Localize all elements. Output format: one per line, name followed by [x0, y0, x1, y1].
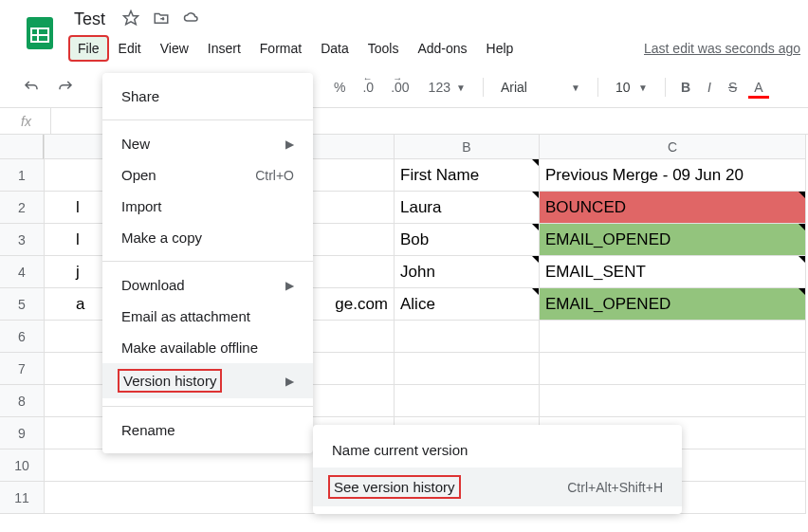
file-menu-version-history[interactable]: Version history▶ [102, 363, 313, 398]
version-history-submenu: Name current version See version history… [313, 425, 682, 514]
file-menu-email-attachment[interactable]: Email as attachment [102, 301, 313, 332]
document-title[interactable]: Test [68, 8, 111, 31]
submenu-arrow-icon: ▶ [285, 375, 294, 388]
font-size-dropdown[interactable]: 10▼ [608, 76, 655, 99]
menubar: File Edit View Insert Format Data Tools … [68, 35, 808, 62]
col-header-b[interactable]: B [395, 135, 540, 159]
row-header[interactable]: 2 [0, 192, 44, 224]
cell[interactable] [540, 385, 806, 417]
cell[interactable]: Alice [395, 288, 540, 321]
row-header[interactable]: 5 [0, 288, 44, 321]
menu-format[interactable]: Format [250, 35, 311, 62]
col-header-c[interactable]: C [540, 135, 806, 159]
cloud-icon[interactable] [183, 9, 200, 30]
menu-data[interactable]: Data [311, 35, 358, 62]
submenu-name-current-version[interactable]: Name current version [313, 432, 682, 468]
cell[interactable]: John [395, 256, 540, 288]
cell[interactable] [540, 321, 806, 353]
bold-button[interactable]: B [675, 76, 696, 99]
strikethrough-button[interactable]: S [723, 76, 743, 99]
file-menu-share[interactable]: Share [102, 81, 313, 112]
italic-button[interactable]: I [702, 76, 717, 99]
fx-label: fx [0, 108, 51, 134]
cell[interactable] [540, 353, 806, 385]
menu-insert[interactable]: Insert [198, 35, 250, 62]
submenu-arrow-icon: ▶ [285, 138, 294, 151]
cell[interactable]: Previous Merge - 09 Jun 20 [540, 159, 806, 192]
row-header[interactable]: 6 [0, 321, 44, 353]
file-menu-make-copy[interactable]: Make a copy [102, 222, 313, 253]
file-menu-dropdown: Share New▶ OpenCtrl+O Import Make a copy… [102, 73, 313, 453]
file-menu-download[interactable]: Download▶ [102, 269, 313, 301]
cell[interactable]: Laura [395, 192, 540, 224]
increase-decimal-button[interactable]: .00→ [385, 76, 414, 99]
file-menu-new[interactable]: New▶ [102, 128, 313, 159]
last-edit-link[interactable]: Last edit was seconds ago [644, 41, 808, 56]
font-family-dropdown[interactable]: Arial▼ [493, 76, 588, 99]
cell[interactable]: First Name [395, 159, 540, 192]
decrease-decimal-button[interactable]: .0← [357, 76, 379, 99]
undo-button[interactable] [17, 75, 46, 100]
row-header[interactable]: 9 [0, 417, 44, 449]
row-header[interactable]: 11 [0, 482, 44, 514]
star-icon[interactable] [122, 9, 139, 30]
menu-view[interactable]: View [151, 35, 198, 62]
row-header[interactable]: 4 [0, 256, 44, 288]
sheets-logo-icon [21, 13, 59, 51]
cell[interactable]: Bob [395, 224, 540, 256]
number-format-dropdown[interactable]: 123▼ [421, 76, 473, 99]
move-icon[interactable] [153, 9, 170, 30]
row-header[interactable]: 8 [0, 385, 44, 417]
cell[interactable] [395, 353, 540, 385]
cell[interactable] [395, 385, 540, 417]
file-menu-rename[interactable]: Rename [102, 414, 313, 446]
cell[interactable]: EMAIL_OPENED [540, 288, 806, 321]
row-header[interactable]: 7 [0, 353, 44, 385]
svg-marker-4 [124, 10, 138, 24]
cell[interactable]: EMAIL_SENT [540, 256, 806, 288]
row-header[interactable]: 3 [0, 224, 44, 256]
row-header[interactable]: 10 [0, 449, 44, 482]
menu-help[interactable]: Help [477, 35, 523, 62]
submenu-see-version-history[interactable]: See version historyCtrl+Alt+Shift+H [313, 468, 682, 506]
percent-format-button[interactable]: % [328, 76, 351, 99]
row-header[interactable]: 1 [0, 159, 44, 192]
text-color-button[interactable]: A [748, 76, 768, 99]
file-menu-offline[interactable]: Make available offline [102, 332, 313, 363]
menu-file[interactable]: File [68, 35, 109, 62]
cell[interactable]: EMAIL_OPENED [540, 224, 806, 256]
redo-button[interactable] [51, 75, 80, 100]
menu-edit[interactable]: Edit [109, 35, 151, 62]
cell[interactable]: BOUNCED [540, 192, 806, 224]
menu-tools[interactable]: Tools [358, 35, 409, 62]
file-menu-open[interactable]: OpenCtrl+O [102, 159, 313, 191]
cell[interactable] [395, 321, 540, 353]
submenu-arrow-icon: ▶ [285, 279, 294, 292]
file-menu-import[interactable]: Import [102, 191, 313, 222]
select-all-corner[interactable] [0, 135, 44, 159]
menu-addons[interactable]: Add-ons [408, 35, 476, 62]
